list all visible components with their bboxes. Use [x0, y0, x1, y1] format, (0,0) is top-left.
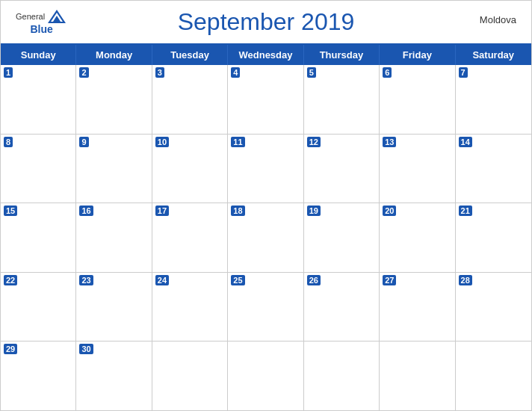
- calendar-container: General Blue September 2019 Moldova Sund…: [0, 0, 532, 411]
- day-cell-5-6: [380, 342, 455, 410]
- day-number-29: 29: [4, 344, 17, 354]
- logo: General Blue: [16, 8, 67, 35]
- day-number-14: 14: [459, 137, 472, 147]
- day-cell-2-5: 12: [304, 135, 380, 203]
- day-cell-4-4: 25: [228, 273, 303, 342]
- day-number-21: 21: [459, 206, 472, 216]
- day-number-20: 20: [383, 206, 396, 216]
- day-cell-3-6: 20: [380, 203, 455, 272]
- day-number-3: 3: [155, 67, 164, 78]
- header-sunday: Sunday: [1, 45, 76, 65]
- day-cell-2-6: 13: [380, 135, 455, 203]
- day-cell-1-3: 3: [152, 65, 228, 134]
- country-name: Moldova: [480, 14, 516, 25]
- day-number-25: 25: [231, 275, 244, 285]
- logo-icon: [46, 8, 67, 25]
- header-thursday: Thursday: [304, 45, 380, 65]
- day-number-15: 15: [4, 206, 17, 216]
- day-cell-5-4: [228, 342, 303, 410]
- header-saturday: Saturday: [456, 45, 531, 65]
- day-cell-2-4: 11: [228, 135, 303, 203]
- header-tuesday: Tuesday: [152, 45, 228, 65]
- day-number-5: 5: [307, 67, 316, 78]
- day-cell-2-7: 14: [456, 135, 531, 203]
- weeks-container: 1234567891011121314151617181920212223242…: [1, 65, 531, 410]
- header-friday: Friday: [380, 45, 455, 65]
- day-number-12: 12: [307, 137, 321, 147]
- day-number-1: 1: [4, 67, 13, 78]
- week-row-5: 2930: [1, 342, 531, 410]
- day-cell-3-1: 15: [1, 203, 76, 272]
- day-cell-1-4: 4: [228, 65, 303, 134]
- day-number-23: 23: [79, 275, 93, 285]
- day-cell-4-6: 27: [380, 273, 455, 342]
- day-cell-2-3: 10: [152, 135, 228, 203]
- logo-general-text: General: [16, 12, 45, 21]
- week-row-3: 15161718192021: [1, 203, 531, 273]
- day-headers: Sunday Monday Tuesday Wednesday Thursday…: [1, 45, 531, 65]
- logo-blue-text: Blue: [30, 23, 52, 35]
- day-cell-1-7: 7: [456, 65, 531, 134]
- day-cell-2-1: 8: [1, 135, 76, 203]
- calendar-grid: Sunday Monday Tuesday Wednesday Thursday…: [1, 43, 531, 410]
- calendar-header: General Blue September 2019 Moldova: [1, 1, 531, 43]
- day-number-16: 16: [79, 206, 93, 216]
- day-number-18: 18: [231, 206, 244, 216]
- day-number-27: 27: [383, 275, 396, 285]
- day-cell-1-2: 2: [76, 65, 152, 134]
- week-row-4: 22232425262728: [1, 273, 531, 342]
- week-row-2: 891011121314: [1, 135, 531, 204]
- day-number-6: 6: [383, 67, 392, 78]
- header-monday: Monday: [76, 45, 152, 65]
- day-number-17: 17: [155, 206, 169, 216]
- day-cell-4-2: 23: [76, 273, 152, 342]
- day-cell-5-2: 30: [76, 342, 152, 410]
- day-cell-5-5: [304, 342, 380, 410]
- day-number-4: 4: [231, 67, 240, 78]
- day-cell-4-3: 24: [152, 273, 228, 342]
- day-number-24: 24: [155, 275, 169, 285]
- day-cell-5-1: 29: [1, 342, 76, 410]
- day-cell-2-2: 9: [76, 135, 152, 203]
- month-title: September 2019: [178, 8, 355, 36]
- day-number-30: 30: [79, 344, 93, 354]
- day-number-10: 10: [155, 137, 169, 147]
- day-number-9: 9: [79, 137, 88, 147]
- day-number-26: 26: [307, 275, 321, 285]
- day-cell-3-7: 21: [456, 203, 531, 272]
- day-number-13: 13: [383, 137, 396, 147]
- day-cell-4-5: 26: [304, 273, 380, 342]
- week-row-1: 1234567: [1, 65, 531, 135]
- day-cell-3-2: 16: [76, 203, 152, 272]
- day-number-2: 2: [79, 67, 88, 78]
- day-number-8: 8: [4, 137, 13, 147]
- day-cell-1-6: 6: [380, 65, 455, 134]
- day-cell-4-1: 22: [1, 273, 76, 342]
- day-cell-5-3: [152, 342, 228, 410]
- day-number-7: 7: [459, 67, 468, 78]
- day-cell-1-5: 5: [304, 65, 380, 134]
- header-wednesday: Wednesday: [228, 45, 303, 65]
- day-cell-1-1: 1: [1, 65, 76, 134]
- day-cell-3-5: 19: [304, 203, 380, 272]
- day-cell-5-7: [456, 342, 531, 410]
- day-number-11: 11: [231, 137, 244, 147]
- day-cell-4-7: 28: [456, 273, 531, 342]
- day-number-19: 19: [307, 206, 321, 216]
- day-number-22: 22: [4, 275, 17, 285]
- day-number-28: 28: [459, 275, 472, 285]
- day-cell-3-3: 17: [152, 203, 228, 272]
- day-cell-3-4: 18: [228, 203, 303, 272]
